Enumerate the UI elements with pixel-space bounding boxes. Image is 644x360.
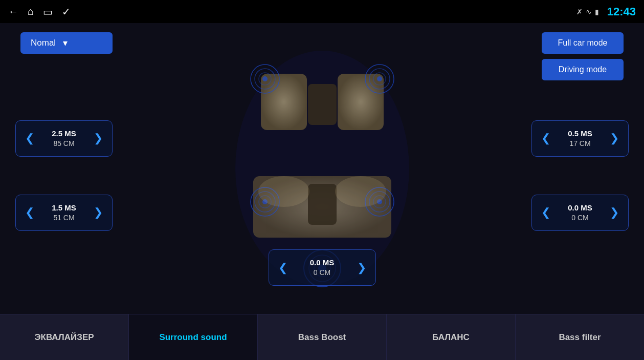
svg-rect-4 bbox=[308, 84, 337, 125]
status-right: ✗ ∿ ▮ 12:43 bbox=[576, 5, 636, 18]
top-controls: Nomal ▾ Full car mode Driving mode bbox=[0, 32, 644, 80]
subwoofer-info: 0.0 MS 0 CM bbox=[310, 257, 335, 278]
tab-bassboost[interactable]: Bass Boost bbox=[258, 314, 387, 360]
subwoofer-increase-button[interactable] bbox=[353, 259, 370, 277]
clock-display: 12:43 bbox=[607, 5, 636, 18]
tab-balance-label: БАЛАНС bbox=[432, 332, 470, 343]
svg-point-27 bbox=[335, 176, 386, 207]
preset-label: Nomal bbox=[31, 38, 56, 48]
svg-rect-2 bbox=[338, 74, 384, 130]
front-right-cm: 17 CM bbox=[568, 139, 592, 149]
tab-surround[interactable]: Surround sound bbox=[129, 314, 258, 360]
subwoofer-ms: 0.0 MS bbox=[310, 257, 335, 268]
front-left-info: 2.5 MS 85 CM bbox=[52, 128, 76, 149]
tab-bassfilter-label: Bass filter bbox=[559, 332, 601, 343]
rear-right-decrease-button[interactable] bbox=[537, 204, 554, 221]
rear-right-ms: 0.0 MS bbox=[568, 202, 592, 213]
tab-equalizer-label: ЭКВАЛАЙЗЕР bbox=[34, 332, 94, 343]
speaker-box-front-right: 0.5 MS 17 CM bbox=[531, 120, 629, 157]
front-left-increase-button[interactable] bbox=[90, 130, 107, 147]
svg-rect-5 bbox=[308, 184, 337, 225]
rear-right-increase-button[interactable] bbox=[606, 204, 623, 221]
rear-right-cm: 0 CM bbox=[568, 213, 592, 223]
nav-icons: ← ⌂ ▭ ✓ bbox=[8, 6, 71, 18]
tab-surround-label: Surround sound bbox=[159, 332, 227, 343]
preset-dropdown[interactable]: Nomal ▾ bbox=[20, 32, 113, 54]
front-left-decrease-button[interactable] bbox=[21, 130, 38, 147]
back-icon[interactable]: ← bbox=[8, 6, 18, 17]
wifi-icon: ∿ bbox=[586, 8, 592, 16]
rear-left-info: 1.5 MS 51 CM bbox=[52, 202, 76, 223]
main-content: Nomal ▾ Full car mode Driving mode 2.5 M… bbox=[0, 23, 644, 314]
speaker-box-front-left: 2.5 MS 85 CM bbox=[15, 120, 113, 157]
tab-bassfilter[interactable]: Bass filter bbox=[516, 314, 644, 360]
battery-icon: ▮ bbox=[595, 8, 599, 16]
speaker-box-subwoofer: 0.0 MS 0 CM bbox=[269, 249, 376, 286]
chevron-down-icon: ▾ bbox=[63, 37, 68, 49]
svg-rect-1 bbox=[261, 74, 307, 130]
tab-equalizer[interactable]: ЭКВАЛАЙЗЕР bbox=[0, 314, 129, 360]
tab-bar: ЭКВАЛАЙЗЕР Surround sound Bass Boost БАЛ… bbox=[0, 314, 644, 360]
home-icon[interactable]: ⌂ bbox=[28, 6, 34, 17]
flag-icon[interactable]: ✓ bbox=[62, 6, 71, 18]
mode-buttons: Full car mode Driving mode bbox=[542, 32, 624, 80]
rear-left-increase-button[interactable] bbox=[90, 204, 107, 221]
status-icons: ✗ ∿ ▮ bbox=[576, 8, 599, 16]
status-bar: ← ⌂ ▭ ✓ ✗ ∿ ▮ 12:43 bbox=[0, 0, 644, 23]
front-right-ms: 0.5 MS bbox=[568, 128, 592, 139]
rear-left-cm: 51 CM bbox=[52, 213, 76, 223]
tab-balance[interactable]: БАЛАНС bbox=[387, 314, 516, 360]
subwoofer-decrease-button[interactable] bbox=[274, 259, 292, 277]
tab-bassboost-label: Bass Boost bbox=[298, 332, 346, 343]
rear-right-info: 0.0 MS 0 CM bbox=[568, 202, 592, 223]
recent-icon[interactable]: ▭ bbox=[43, 6, 53, 18]
svg-point-26 bbox=[258, 176, 309, 207]
full-car-mode-button[interactable]: Full car mode bbox=[542, 32, 624, 54]
bluetooth-icon: ✗ bbox=[576, 8, 583, 16]
speaker-box-rear-left: 1.5 MS 51 CM bbox=[15, 195, 113, 231]
rear-left-decrease-button[interactable] bbox=[21, 204, 38, 221]
front-right-decrease-button[interactable] bbox=[537, 130, 554, 147]
subwoofer-cm: 0 CM bbox=[310, 268, 335, 278]
front-left-cm: 85 CM bbox=[52, 139, 76, 149]
speaker-box-rear-right: 0.0 MS 0 CM bbox=[531, 195, 629, 231]
front-right-info: 0.5 MS 17 CM bbox=[568, 128, 592, 149]
front-left-ms: 2.5 MS bbox=[52, 128, 76, 139]
rear-left-ms: 1.5 MS bbox=[52, 202, 76, 213]
driving-mode-button[interactable]: Driving mode bbox=[542, 59, 624, 80]
front-right-increase-button[interactable] bbox=[606, 130, 623, 147]
